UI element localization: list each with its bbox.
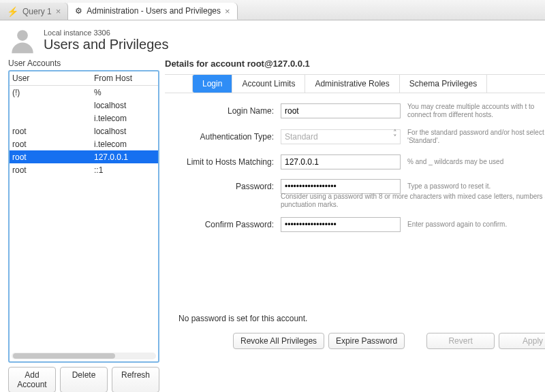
- right-panel: Details for account root@127.0.0.1 Login…: [165, 59, 545, 392]
- user-cell: (!): [12, 88, 94, 97]
- user-silhouette-icon: [8, 26, 37, 54]
- revert-button[interactable]: Revert: [426, 333, 495, 349]
- scrollbar-thumb[interactable]: [13, 353, 115, 359]
- chevron-updown-icon: ˄˅: [393, 131, 397, 140]
- left-panel: User Accounts User From Host (!) %localh…: [8, 59, 159, 392]
- login-name-hint: You may create multiple accounts with t …: [407, 103, 545, 119]
- page-header: Local instance 3306 Users and Privileges: [8, 26, 537, 54]
- close-icon[interactable]: ×: [225, 6, 230, 16]
- user-cell: root: [12, 127, 94, 136]
- host-cell: 127.0.0.1: [94, 152, 155, 162]
- user-row[interactable]: rootlocalhost: [10, 125, 158, 137]
- list-header: User From Host: [10, 71, 158, 86]
- details-title: Details for account root@127.0.0.1: [165, 59, 545, 69]
- host-cell: i.telecom: [94, 114, 155, 123]
- tab-admin[interactable]: ⚙ Administration - Users and Privileges …: [68, 3, 237, 20]
- confirm-password-input[interactable]: [281, 217, 401, 232]
- tab-admin-roles[interactable]: Administrative Roles: [305, 75, 399, 93]
- confirm-password-hint: Enter password again to confirm.: [407, 220, 545, 229]
- detail-tabs: Login Account Limits Administrative Role…: [165, 74, 545, 93]
- user-cell: root: [12, 165, 94, 175]
- col-host[interactable]: From Host: [94, 74, 155, 83]
- no-password-notice: No password is set for this account.: [178, 314, 545, 323]
- apply-button[interactable]: Apply: [499, 333, 545, 349]
- login-name-input[interactable]: [281, 103, 401, 118]
- svg-point-0: [17, 30, 28, 41]
- host-cell: localhost: [94, 101, 155, 110]
- user-row[interactable]: localhost: [10, 99, 158, 112]
- tab-account-limits[interactable]: Account Limits: [232, 75, 305, 93]
- tab-bar: ⚡ Query 1 × ⚙ Administration - Users and…: [0, 0, 545, 20]
- tab-label: Query 1: [22, 7, 52, 16]
- host-cell: localhost: [94, 127, 155, 136]
- user-accounts-title: User Accounts: [8, 59, 159, 68]
- user-accounts-list[interactable]: User From Host (!) %localhosti.telecomro…: [8, 70, 159, 363]
- refresh-button[interactable]: Refresh: [112, 367, 159, 392]
- login-name-label: Login Name:: [172, 106, 274, 116]
- host-cell: ::1: [94, 165, 155, 175]
- close-icon[interactable]: ×: [56, 6, 61, 16]
- password-hint: Type a password to reset it.: [407, 182, 545, 191]
- host-cell: %: [94, 88, 155, 97]
- user-row[interactable]: rooti.telecom: [10, 137, 158, 150]
- auth-type-select[interactable]: Standard: [281, 129, 401, 144]
- hosts-label: Limit to Hosts Matching:: [172, 157, 274, 167]
- tab-query[interactable]: ⚡ Query 1 ×: [0, 3, 68, 20]
- password-guideline: Consider using a password with 8 or more…: [281, 193, 545, 209]
- password-input[interactable]: [281, 179, 401, 194]
- add-account-button[interactable]: Add Account: [8, 367, 56, 392]
- user-row[interactable]: root::1: [10, 163, 158, 176]
- tab-schema-privileges[interactable]: Schema Privileges: [400, 75, 487, 93]
- gear-icon: ⚙: [75, 6, 82, 16]
- horizontal-scrollbar[interactable]: [12, 353, 156, 359]
- user-cell: [12, 114, 94, 123]
- expire-password-button[interactable]: Expire Password: [328, 333, 405, 349]
- page-title: Users and Privileges: [44, 37, 168, 52]
- tab-login[interactable]: Login: [192, 75, 232, 93]
- col-user[interactable]: User: [12, 74, 94, 83]
- user-cell: root: [12, 140, 94, 149]
- password-label: Password:: [172, 182, 274, 191]
- user-row[interactable]: (!) %: [10, 86, 158, 99]
- instance-label: Local instance 3306: [44, 29, 168, 37]
- auth-type-hint: For the standard password and/or host se…: [407, 129, 545, 145]
- lightning-icon: ⚡: [7, 6, 18, 17]
- user-row[interactable]: root127.0.0.1: [10, 150, 158, 163]
- confirm-password-label: Confirm Password:: [172, 220, 274, 229]
- tab-label: Administration - Users and Privileges: [87, 6, 221, 16]
- user-cell: root: [12, 152, 94, 162]
- delete-button[interactable]: Delete: [60, 367, 108, 392]
- user-row[interactable]: i.telecom: [10, 112, 158, 125]
- revoke-all-button[interactable]: Revoke All Privileges: [233, 333, 324, 349]
- hosts-input[interactable]: [281, 154, 401, 169]
- user-cell: [12, 101, 94, 110]
- host-cell: i.telecom: [94, 140, 155, 149]
- hosts-hint: % and _ wildcards may be used: [407, 158, 545, 166]
- auth-type-label: Authentication Type:: [172, 132, 274, 142]
- login-form: Login Name: You may create multiple acco…: [165, 93, 545, 327]
